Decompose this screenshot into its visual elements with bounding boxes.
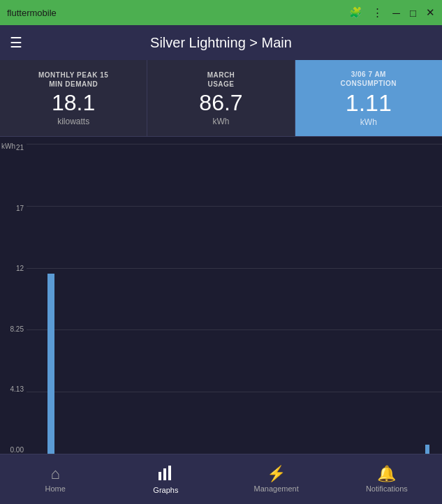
page-title: Silver Lightning > Main [150, 35, 292, 51]
stat-label-consumption: 3/06 7 AMCONSUMPTION [341, 70, 397, 88]
nav-label-notifications: Notifications [366, 484, 408, 493]
stat-unit-demand: kilowatts [57, 117, 89, 126]
chart-bar-small [425, 445, 429, 454]
chart-y-label-5: 0.00 [3, 446, 24, 454]
chart-area: kWh 21 17 12 8.25 4.13 0.00 Sat, 3/4/202… [0, 137, 442, 475]
stat-box-consumption: 3/06 7 AMCONSUMPTION 1.11 kWh [295, 60, 442, 136]
notifications-icon: 🔔 [377, 466, 396, 482]
chart-y-label-3: 8.25 [3, 325, 24, 333]
chart-y-label-0: 21 [3, 144, 24, 151]
chart-bar-area [27, 144, 442, 454]
stat-unit-usage: kWh [212, 117, 229, 126]
nav-item-home[interactable]: ⌂ Home [0, 454, 110, 504]
graphs-icon [157, 465, 174, 483]
stat-value-consumption: 1.11 [346, 91, 392, 114]
chart-bar-main [47, 274, 54, 454]
stat-box-demand: MONTHLY PEAK 15MIN DEMAND 18.1 kilowatts [0, 60, 147, 136]
home-icon: ⌂ [50, 466, 59, 482]
main-content: ☰ Silver Lightning > Main MONTHLY PEAK 1… [0, 25, 442, 504]
nav-label-management: Management [254, 484, 299, 493]
stats-row: MONTHLY PEAK 15MIN DEMAND 18.1 kilowatts… [0, 60, 442, 137]
chart-y-label-2: 12 [3, 265, 24, 272]
maximize-icon[interactable]: □ [410, 7, 416, 19]
chart-y-labels: 21 17 12 8.25 4.13 0.00 [0, 144, 27, 454]
stat-value-usage: 86.7 [199, 91, 242, 114]
nav-label-home: Home [45, 484, 65, 493]
svg-rect-1 [163, 468, 166, 480]
close-icon[interactable]: ✕ [426, 6, 435, 19]
stat-label-demand: MONTHLY PEAK 15MIN DEMAND [38, 71, 108, 89]
puzzle-icon[interactable]: 🧩 [349, 6, 362, 19]
stat-box-usage: MARCHUSAGE 86.7 kWh [147, 60, 295, 136]
svg-rect-0 [159, 472, 161, 480]
title-bar: fluttermobile 🧩 ⋮ ─ □ ✕ [0, 0, 442, 25]
nav-label-graphs: Graphs [153, 486, 178, 494]
window-controls: 🧩 ⋮ ─ □ ✕ [349, 6, 435, 19]
chart-y-label-1: 17 [3, 205, 24, 212]
app-header: ☰ Silver Lightning > Main [0, 25, 442, 60]
stat-value-demand: 18.1 [52, 91, 95, 114]
management-icon: ⚡ [267, 466, 286, 482]
svg-rect-2 [168, 466, 171, 480]
menu-icon[interactable]: ☰ [10, 34, 22, 51]
nav-item-notifications[interactable]: 🔔 Notifications [332, 454, 442, 504]
stat-unit-consumption: kWh [360, 117, 377, 127]
app-name: fluttermobile [7, 8, 57, 18]
more-icon[interactable]: ⋮ [372, 6, 383, 19]
bottom-nav: ⌂ Home Graphs ⚡ Management 🔔 Notificatio… [0, 454, 442, 504]
minimize-icon[interactable]: ─ [392, 7, 400, 19]
nav-item-management[interactable]: ⚡ Management [221, 454, 332, 504]
stat-label-usage: MARCHUSAGE [207, 71, 235, 89]
nav-item-graphs[interactable]: Graphs [110, 454, 221, 504]
chart-y-label-4: 4.13 [3, 385, 24, 393]
